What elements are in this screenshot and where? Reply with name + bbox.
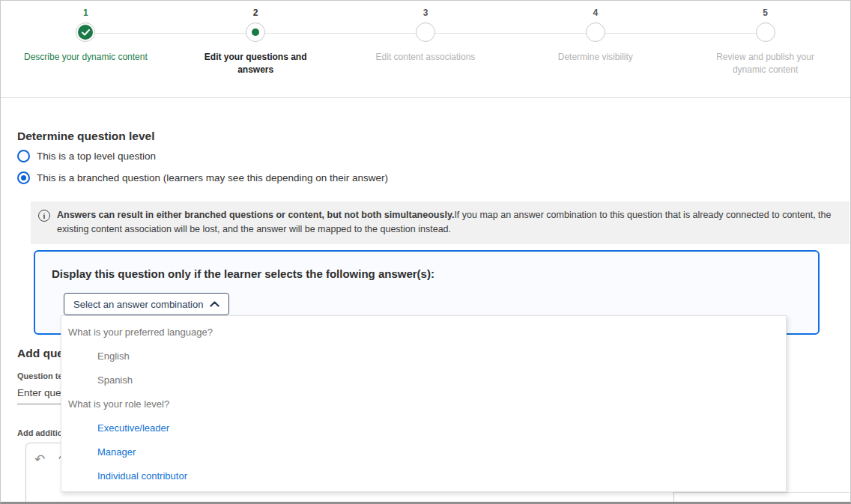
dynamic-content-wizard-page: 1 Describe your dynamic content 2 Edit y… (0, 0, 851, 504)
dropdown-button-label: Select an answer combination (73, 299, 203, 310)
answer-combination-dropdown-panel: What is your preferred language? English… (61, 315, 787, 492)
dropdown-group-header: What is your preferred language? (61, 320, 786, 344)
question-text-input[interactable]: Enter ques (17, 387, 64, 404)
dropdown-option-spanish: Spanish (61, 368, 786, 392)
background-divider-line (674, 492, 850, 493)
answer-combination-dropdown-button[interactable]: Select an answer combination (64, 293, 229, 315)
dropdown-option-executive-leader[interactable]: Executive/leader (61, 416, 786, 440)
undo-icon[interactable]: ↶ (32, 452, 47, 467)
chevron-up-icon (210, 301, 219, 307)
dropdown-option-english: English (61, 344, 786, 368)
dropdown-option-individual-contributor[interactable]: Individual contributor (61, 464, 786, 488)
dropdown-option-manager[interactable]: Manager (61, 440, 786, 464)
dropdown-group-header: What is your role level? (61, 392, 786, 416)
branch-condition-heading: Display this question only if the learne… (52, 267, 434, 280)
